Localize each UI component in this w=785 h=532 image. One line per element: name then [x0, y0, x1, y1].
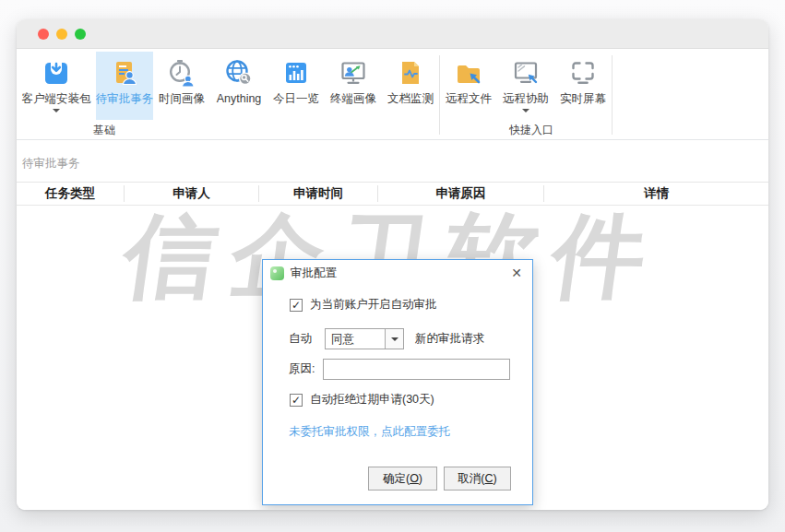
- auto-reject-label: 自动拒绝过期申请(30天): [310, 392, 434, 408]
- ribbon-item-time-portrait[interactable]: 时间画像: [153, 52, 210, 120]
- column-header-applicant[interactable]: 申请人: [125, 185, 259, 202]
- ribbon-group-separator: [612, 55, 613, 135]
- anything-globe-search-icon: [224, 58, 254, 88]
- auto-reject-checkbox[interactable]: ✓: [290, 394, 303, 407]
- ribbon-item-anything[interactable]: Anything: [210, 52, 268, 120]
- cancel-button-text-end: ): [494, 472, 497, 485]
- column-header-task-type[interactable]: 任务类型: [17, 185, 125, 202]
- ribbon-item-remote-files[interactable]: 远程文件: [440, 52, 497, 120]
- ribbon-item-label: 实时屏幕: [560, 92, 606, 105]
- close-window-button[interactable]: [38, 29, 49, 40]
- remote-files-icon: [454, 58, 483, 88]
- time-portrait-icon: [167, 58, 196, 88]
- ribbon-item-today-overview[interactable]: 今日一览: [268, 52, 325, 120]
- dropdown-arrow-icon: [522, 109, 529, 112]
- column-header-apply-reason[interactable]: 申请原因: [378, 185, 544, 202]
- ribbon-item-pending-approvals[interactable]: 待审批事务: [96, 52, 153, 120]
- ribbon-item-label: 待审批事务: [96, 92, 154, 105]
- auto-approve-label: 为当前账户开启自动审批: [310, 297, 437, 313]
- ribbon-item-label: 时间画像: [159, 92, 205, 105]
- cancel-button[interactable]: 取消(C): [444, 467, 511, 491]
- table-header-row: 任务类型 申请人 申请时间 申请原因 详情: [17, 182, 768, 206]
- ribbon-item-client-installer[interactable]: 客户端安装包: [17, 52, 96, 120]
- remote-assist-icon: [511, 58, 541, 88]
- screen: 客户端安装包 待审批事务: [0, 0, 785, 532]
- ribbon-item-label: Anything: [217, 92, 262, 105]
- checkmark-icon: ✓: [291, 395, 301, 406]
- terminal-portrait-icon: [339, 58, 368, 88]
- window-titlebar: [17, 19, 768, 49]
- dialog-close-icon[interactable]: ✕: [508, 265, 525, 281]
- auto-action-select[interactable]: 同意: [325, 328, 404, 349]
- dialog-titlebar[interactable]: 审批配置 ✕: [263, 260, 532, 286]
- dialog-title: 审批配置: [291, 266, 337, 281]
- ribbon-item-terminal-portrait[interactable]: 终端画像: [325, 52, 382, 120]
- auto-action-row: 自动 同意 新的审批请求: [289, 328, 484, 349]
- ribbon-item-label: 文档监测: [387, 92, 434, 105]
- ribbon-group-label-shortcuts: 快捷入口: [509, 123, 553, 138]
- ok-button-mnemonic: O: [410, 472, 419, 485]
- reason-label: 原因:: [289, 361, 315, 377]
- column-header-apply-time[interactable]: 申请时间: [259, 185, 378, 202]
- dropdown-arrow-icon: [53, 109, 60, 112]
- ribbon-item-label: 终端画像: [330, 92, 376, 105]
- approval-config-dialog: 审批配置 ✕ ✓ 为当前账户开启自动审批 自动 同意 新的审批请求 原因:: [262, 259, 533, 505]
- ok-button-text-end: ): [419, 472, 422, 485]
- today-overview-icon: [281, 58, 311, 88]
- ok-button[interactable]: 确定(O): [368, 467, 437, 491]
- zoom-window-button[interactable]: [75, 29, 86, 40]
- combo-arrow-icon: [391, 337, 398, 341]
- column-header-details[interactable]: 详情: [544, 185, 768, 202]
- checkmark-icon: ✓: [291, 300, 301, 311]
- auto-action-selected-value: 同意: [326, 329, 385, 349]
- ribbon-item-document-monitor[interactable]: 文档监测: [382, 52, 439, 120]
- ribbon-group-label-basic: 基础: [93, 123, 115, 138]
- app-logo-icon: [270, 266, 284, 280]
- auto-approve-checkbox[interactable]: ✓: [290, 299, 303, 312]
- auto-action-suffix-label: 新的审批请求: [415, 331, 484, 347]
- live-screen-icon: [568, 58, 598, 88]
- document-monitor-icon: [396, 58, 425, 88]
- client-installer-icon: [42, 58, 71, 88]
- ok-button-text: 确定(: [383, 472, 410, 485]
- ribbon-item-label: 今日一览: [273, 92, 319, 105]
- ribbon-toolbar: 客户端安装包 待审批事务: [17, 49, 768, 140]
- ribbon-item-remote-assist[interactable]: 远程协助: [497, 52, 554, 120]
- configure-delegation-link[interactable]: 未委托审批权限，点此配置委托: [289, 424, 450, 440]
- auto-approve-row: ✓ 为当前账户开启自动审批: [290, 297, 437, 313]
- cancel-button-mnemonic: C: [484, 472, 493, 485]
- ribbon-item-label: 客户端安装包: [22, 92, 91, 105]
- ribbon-item-label: 远程文件: [446, 92, 492, 105]
- pending-approvals-icon: [110, 58, 139, 88]
- ribbon-item-live-screen[interactable]: 实时屏幕: [554, 52, 612, 120]
- app-window: 客户端安装包 待审批事务: [17, 19, 768, 510]
- section-title: 待审批事务: [22, 156, 80, 171]
- reason-input[interactable]: [323, 359, 510, 380]
- auto-reject-row: ✓ 自动拒绝过期申请(30天): [290, 392, 434, 408]
- combo-dropdown-button[interactable]: [385, 329, 403, 349]
- minimize-window-button[interactable]: [56, 29, 67, 40]
- auto-action-prefix-label: 自动: [289, 331, 312, 347]
- reason-row: 原因:: [289, 359, 510, 380]
- ribbon-item-label: 远程协助: [503, 92, 549, 105]
- cancel-button-text: 取消(: [458, 472, 484, 485]
